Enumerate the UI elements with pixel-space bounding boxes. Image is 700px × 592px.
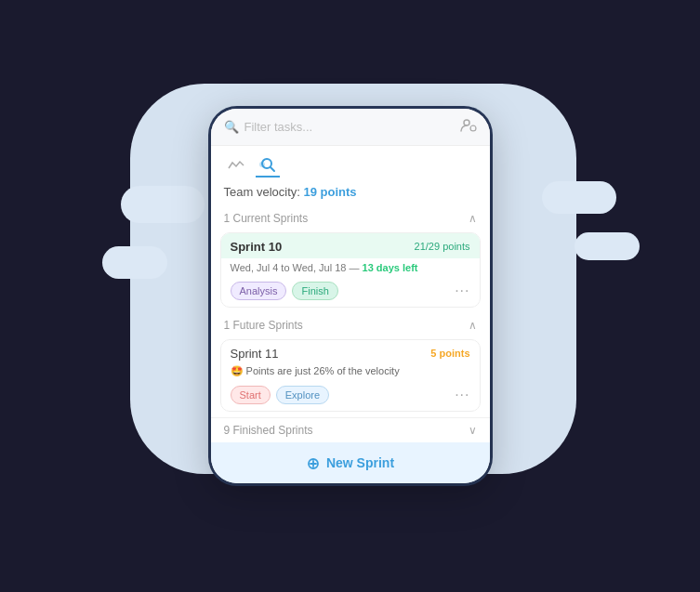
future-sprints-chevron[interactable]: ∧ [469, 319, 477, 332]
sprint-11-name: Sprint 11 [231, 347, 279, 361]
sprint-10-separator: — [350, 262, 363, 273]
sprint-10-menu[interactable]: ··· [455, 283, 469, 299]
phone-card: 🔍 Filter tasks... [211, 109, 490, 483]
sprint-10-dates: Wed, Jul 4 to Wed, Jul 18 — 13 days left [221, 258, 480, 277]
blob-right-mid [575, 232, 640, 260]
current-sprints-chevron[interactable]: ∧ [469, 212, 477, 225]
start-button[interactable]: Start [231, 386, 271, 404]
current-sprints-header[interactable]: 1 Current Sprints ∧ [211, 206, 490, 230]
finished-sprints-label: 9 Finished Sprints [224, 424, 313, 437]
tabs-row [211, 146, 490, 181]
sprint-10-actions: Analysis Finish ··· [221, 277, 480, 307]
analysis-button[interactable]: Analysis [231, 282, 287, 300]
sprint-11-header: Sprint 11 5 points [221, 340, 480, 363]
blob-left-top [121, 186, 205, 223]
finished-sprints-chevron[interactable]: ∨ [469, 424, 477, 437]
sprint-10-days-left: 13 days left [363, 262, 418, 273]
svg-point-7 [259, 162, 265, 167]
svg-point-0 [464, 120, 469, 125]
sprint-10-date-range: Wed, Jul 4 to Wed, Jul 18 [231, 262, 347, 273]
new-sprint-button[interactable]: New Sprint [211, 442, 490, 483]
sprint-11-card: Sprint 11 5 points 🤩 Points are just 26%… [220, 339, 481, 412]
new-sprint-label: New Sprint [326, 455, 394, 470]
blob-left-mid [102, 246, 167, 279]
finish-button[interactable]: Finish [292, 282, 337, 300]
sprint-10-card: Sprint 10 21/29 points Wed, Jul 4 to Wed… [220, 232, 481, 308]
sprint-10-name: Sprint 10 [231, 240, 283, 254]
future-sprints-label: 1 Future Sprints [224, 319, 303, 332]
finished-sprints-header[interactable]: 9 Finished Sprints ∨ [211, 418, 490, 442]
sprint-11-warning: 🤩 Points are just 26% of the velocity [221, 363, 480, 381]
sprint-10-header: Sprint 10 21/29 points [221, 233, 480, 258]
search-icon: 🔍 [224, 120, 239, 134]
svg-line-8 [271, 167, 274, 171]
velocity-value: 19 points [304, 185, 357, 199]
future-sprints-header[interactable]: 1 Future Sprints ∧ [211, 313, 490, 337]
activity-tab[interactable] [224, 153, 248, 178]
explore-button[interactable]: Explore [276, 386, 329, 404]
search-input[interactable]: Filter tasks... [244, 120, 455, 134]
current-sprints-label: 1 Current Sprints [224, 212, 309, 225]
new-sprint-icon [306, 454, 321, 471]
sprint-11-points: 5 points [430, 348, 469, 359]
blob-right-top [542, 181, 616, 214]
search-bar: 🔍 Filter tasks... [211, 109, 490, 146]
velocity-row: Team velocity: 19 points [211, 181, 490, 206]
scene: 🔍 Filter tasks... [0, 0, 700, 592]
velocity-label: Team velocity: [224, 185, 300, 199]
settings-icon[interactable] [460, 118, 477, 136]
search-sprint-tab[interactable] [256, 153, 280, 178]
sprint-11-menu[interactable]: ··· [455, 387, 469, 403]
sprint-11-actions: Start Explore ··· [221, 381, 480, 411]
sprint-10-points: 21/29 points [415, 241, 470, 252]
